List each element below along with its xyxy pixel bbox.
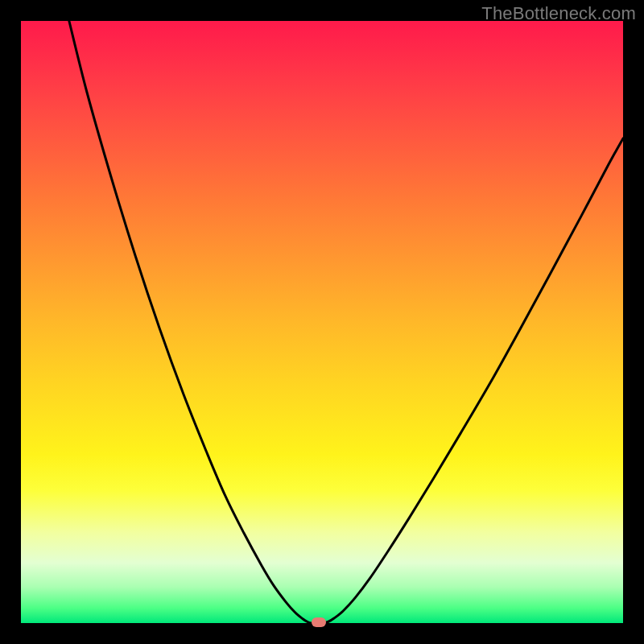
minimum-marker xyxy=(312,617,326,627)
bottleneck-curve xyxy=(21,21,623,623)
chart-frame: TheBottleneck.com xyxy=(0,0,644,644)
watermark-label: TheBottleneck.com xyxy=(481,3,636,24)
chart-plot-area xyxy=(21,21,623,623)
